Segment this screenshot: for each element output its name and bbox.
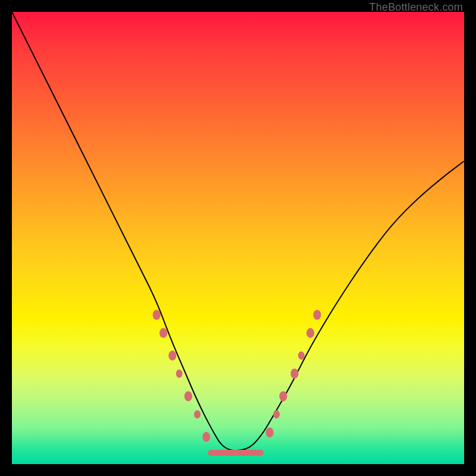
curve-marker (176, 369, 183, 378)
chart-frame: TheBottleneck.com (0, 0, 476, 476)
curve-marker (202, 432, 210, 442)
curve-marker (290, 369, 298, 379)
curve-marker (279, 392, 287, 402)
curve-marker (159, 328, 167, 338)
chart-svg (12, 12, 464, 464)
watermark-text: TheBottleneck.com (369, 1, 463, 14)
plot-area (12, 12, 464, 464)
curve-markers (153, 310, 321, 442)
curve-marker (184, 392, 192, 402)
curve-marker (194, 410, 201, 418)
curve-marker (306, 328, 314, 338)
curve-marker (168, 350, 176, 361)
curve-marker (153, 310, 161, 320)
curve-marker (298, 352, 305, 360)
bottleneck-curve (12, 12, 464, 450)
curve-marker (273, 410, 280, 418)
curve-marker (313, 310, 321, 320)
curve-marker (266, 427, 274, 437)
